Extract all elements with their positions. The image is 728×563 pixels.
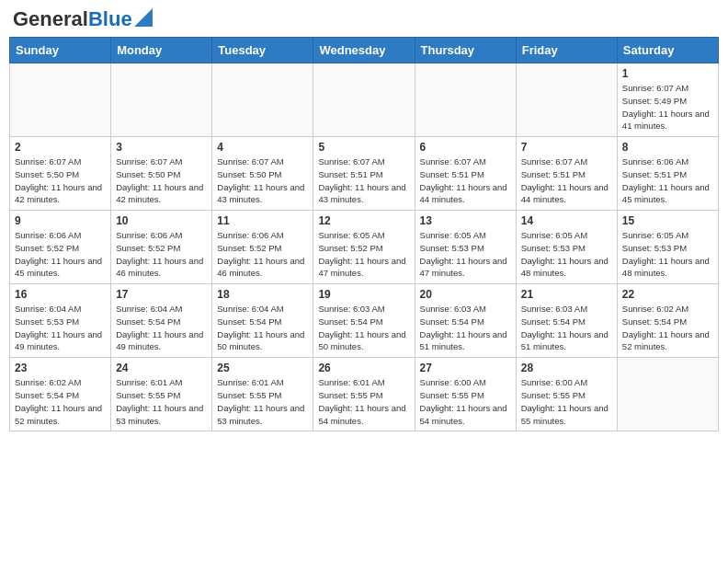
day-info: Sunrise: 6:03 AM Sunset: 5:54 PM Dayligh… xyxy=(420,303,511,353)
calendar-cell: 15Sunrise: 6:05 AM Sunset: 5:53 PM Dayli… xyxy=(617,211,718,284)
calendar-cell xyxy=(10,63,111,137)
calendar-cell: 18Sunrise: 6:04 AM Sunset: 5:54 PM Dayli… xyxy=(212,284,313,358)
calendar-cell: 28Sunrise: 6:00 AM Sunset: 5:55 PM Dayli… xyxy=(516,358,617,431)
weekday-header-sunday: Sunday xyxy=(10,38,111,63)
weekday-header-tuesday: Tuesday xyxy=(212,38,313,63)
day-info: Sunrise: 6:07 AM Sunset: 5:49 PM Dayligh… xyxy=(622,82,713,132)
day-info: Sunrise: 6:07 AM Sunset: 5:51 PM Dayligh… xyxy=(420,155,511,206)
day-number: 11 xyxy=(217,214,308,227)
logo: GeneralBlue xyxy=(13,9,153,29)
day-number: 21 xyxy=(521,288,612,301)
day-number: 19 xyxy=(318,288,409,301)
day-info: Sunrise: 6:01 AM Sunset: 5:55 PM Dayligh… xyxy=(217,376,308,427)
day-number: 23 xyxy=(15,362,106,374)
day-info: Sunrise: 6:04 AM Sunset: 5:54 PM Dayligh… xyxy=(116,303,207,353)
calendar-week-row: 23Sunrise: 6:02 AM Sunset: 5:54 PM Dayli… xyxy=(10,358,719,431)
day-number: 3 xyxy=(116,141,207,154)
day-number: 16 xyxy=(15,288,106,301)
day-info: Sunrise: 6:02 AM Sunset: 5:54 PM Dayligh… xyxy=(622,303,713,353)
calendar-cell: 10Sunrise: 6:06 AM Sunset: 5:52 PM Dayli… xyxy=(111,211,212,284)
day-info: Sunrise: 6:01 AM Sunset: 5:55 PM Dayligh… xyxy=(318,376,409,427)
day-number: 22 xyxy=(622,288,713,301)
day-number: 10 xyxy=(116,214,207,227)
day-number: 17 xyxy=(116,288,207,301)
day-info: Sunrise: 6:05 AM Sunset: 5:53 PM Dayligh… xyxy=(521,229,612,280)
day-info: Sunrise: 6:07 AM Sunset: 5:51 PM Dayligh… xyxy=(318,155,409,206)
calendar-cell: 12Sunrise: 6:05 AM Sunset: 5:52 PM Dayli… xyxy=(313,211,415,284)
calendar-cell: 19Sunrise: 6:03 AM Sunset: 5:54 PM Dayli… xyxy=(313,284,415,358)
calendar-week-row: 2Sunrise: 6:07 AM Sunset: 5:50 PM Daylig… xyxy=(10,137,719,211)
calendar-cell: 8Sunrise: 6:06 AM Sunset: 5:51 PM Daylig… xyxy=(617,137,718,211)
day-info: Sunrise: 6:07 AM Sunset: 5:50 PM Dayligh… xyxy=(15,155,106,206)
day-info: Sunrise: 6:06 AM Sunset: 5:51 PM Dayligh… xyxy=(622,155,713,206)
logo-triangle-icon xyxy=(134,8,153,27)
day-number: 18 xyxy=(217,288,308,301)
calendar-cell: 1Sunrise: 6:07 AM Sunset: 5:49 PM Daylig… xyxy=(617,63,718,137)
day-info: Sunrise: 6:05 AM Sunset: 5:53 PM Dayligh… xyxy=(420,229,511,280)
day-number: 12 xyxy=(318,214,409,227)
day-info: Sunrise: 6:00 AM Sunset: 5:55 PM Dayligh… xyxy=(521,376,612,427)
weekday-header-saturday: Saturday xyxy=(617,38,718,63)
day-number: 4 xyxy=(217,141,308,154)
weekday-header-row: SundayMondayTuesdayWednesdayThursdayFrid… xyxy=(10,38,719,63)
calendar-cell: 4Sunrise: 6:07 AM Sunset: 5:50 PM Daylig… xyxy=(212,137,313,211)
logo-text: GeneralBlue xyxy=(13,9,132,29)
calendar-cell: 22Sunrise: 6:02 AM Sunset: 5:54 PM Dayli… xyxy=(617,284,718,358)
calendar-cell: 27Sunrise: 6:00 AM Sunset: 5:55 PM Dayli… xyxy=(415,358,516,431)
weekday-header-thursday: Thursday xyxy=(415,38,516,63)
day-info: Sunrise: 6:01 AM Sunset: 5:55 PM Dayligh… xyxy=(116,376,207,427)
day-info: Sunrise: 6:06 AM Sunset: 5:52 PM Dayligh… xyxy=(15,229,106,280)
calendar-cell: 23Sunrise: 6:02 AM Sunset: 5:54 PM Dayli… xyxy=(10,358,111,431)
svg-marker-0 xyxy=(134,8,153,27)
logo-blue: Blue xyxy=(88,7,132,30)
day-info: Sunrise: 6:07 AM Sunset: 5:50 PM Dayligh… xyxy=(116,155,207,206)
calendar-cell xyxy=(516,63,617,137)
day-info: Sunrise: 6:04 AM Sunset: 5:54 PM Dayligh… xyxy=(217,303,308,353)
calendar-cell: 3Sunrise: 6:07 AM Sunset: 5:50 PM Daylig… xyxy=(111,137,212,211)
calendar-cell: 9Sunrise: 6:06 AM Sunset: 5:52 PM Daylig… xyxy=(10,211,111,284)
day-number: 15 xyxy=(622,214,713,227)
calendar-cell xyxy=(212,63,313,137)
day-number: 13 xyxy=(420,214,511,227)
day-info: Sunrise: 6:06 AM Sunset: 5:52 PM Dayligh… xyxy=(217,229,308,280)
weekday-header-wednesday: Wednesday xyxy=(313,38,415,63)
calendar-cell: 26Sunrise: 6:01 AM Sunset: 5:55 PM Dayli… xyxy=(313,358,415,431)
calendar-cell: 6Sunrise: 6:07 AM Sunset: 5:51 PM Daylig… xyxy=(415,137,516,211)
calendar-cell: 20Sunrise: 6:03 AM Sunset: 5:54 PM Dayli… xyxy=(415,284,516,358)
calendar-cell xyxy=(617,358,718,431)
day-number: 28 xyxy=(521,362,612,374)
calendar-week-row: 16Sunrise: 6:04 AM Sunset: 5:53 PM Dayli… xyxy=(10,284,719,358)
calendar-week-row: 9Sunrise: 6:06 AM Sunset: 5:52 PM Daylig… xyxy=(10,211,719,284)
day-number: 26 xyxy=(318,362,409,374)
calendar-cell: 2Sunrise: 6:07 AM Sunset: 5:50 PM Daylig… xyxy=(10,137,111,211)
day-number: 6 xyxy=(420,141,511,154)
calendar-cell xyxy=(415,63,516,137)
day-number: 1 xyxy=(622,67,713,80)
day-number: 20 xyxy=(420,288,511,301)
day-number: 27 xyxy=(420,362,511,374)
day-number: 25 xyxy=(217,362,308,374)
calendar-cell: 25Sunrise: 6:01 AM Sunset: 5:55 PM Dayli… xyxy=(212,358,313,431)
calendar-cell: 24Sunrise: 6:01 AM Sunset: 5:55 PM Dayli… xyxy=(111,358,212,431)
weekday-header-friday: Friday xyxy=(516,38,617,63)
day-number: 2 xyxy=(15,141,106,154)
calendar-cell xyxy=(313,63,415,137)
day-info: Sunrise: 6:04 AM Sunset: 5:53 PM Dayligh… xyxy=(15,303,106,353)
calendar-cell: 21Sunrise: 6:03 AM Sunset: 5:54 PM Dayli… xyxy=(516,284,617,358)
calendar-cell: 7Sunrise: 6:07 AM Sunset: 5:51 PM Daylig… xyxy=(516,137,617,211)
calendar-cell: 11Sunrise: 6:06 AM Sunset: 5:52 PM Dayli… xyxy=(212,211,313,284)
calendar-cell: 17Sunrise: 6:04 AM Sunset: 5:54 PM Dayli… xyxy=(111,284,212,358)
day-info: Sunrise: 6:07 AM Sunset: 5:51 PM Dayligh… xyxy=(521,155,612,206)
calendar-cell: 13Sunrise: 6:05 AM Sunset: 5:53 PM Dayli… xyxy=(415,211,516,284)
day-number: 8 xyxy=(622,141,713,154)
calendar-cell xyxy=(111,63,212,137)
day-info: Sunrise: 6:07 AM Sunset: 5:50 PM Dayligh… xyxy=(217,155,308,206)
calendar-cell: 5Sunrise: 6:07 AM Sunset: 5:51 PM Daylig… xyxy=(313,137,415,211)
day-info: Sunrise: 6:03 AM Sunset: 5:54 PM Dayligh… xyxy=(318,303,409,353)
day-number: 7 xyxy=(521,141,612,154)
logo-general: General xyxy=(13,7,88,30)
day-info: Sunrise: 6:02 AM Sunset: 5:54 PM Dayligh… xyxy=(15,376,106,427)
calendar-cell: 16Sunrise: 6:04 AM Sunset: 5:53 PM Dayli… xyxy=(10,284,111,358)
day-info: Sunrise: 6:06 AM Sunset: 5:52 PM Dayligh… xyxy=(116,229,207,280)
weekday-header-monday: Monday xyxy=(111,38,212,63)
